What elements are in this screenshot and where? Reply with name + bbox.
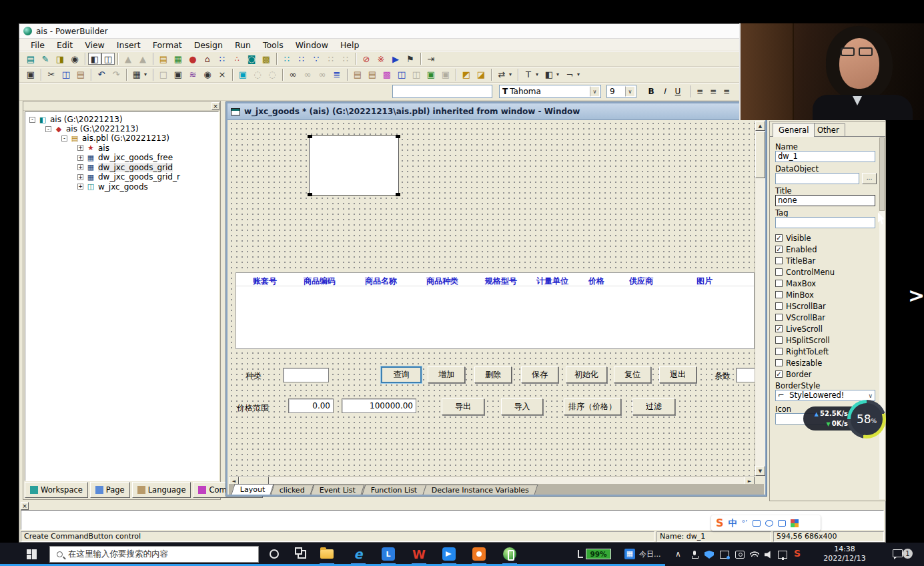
picture-control[interactable]	[309, 135, 399, 196]
clip-window-icon[interactable]: ◫	[101, 53, 115, 65]
paste-icon[interactable]: ▤	[73, 68, 88, 81]
new-object-icon[interactable]: □	[156, 68, 171, 81]
menu-run[interactable]: Run	[229, 39, 257, 51]
init-button[interactable]: 初始化	[566, 366, 607, 383]
pipeline-icon[interactable]: ▩	[380, 68, 394, 81]
tree-item-label[interactable]: ais.pbl (G:\20221213)	[82, 133, 169, 143]
tag-input[interactable]	[775, 217, 875, 228]
price-min-input[interactable]: 0.00	[288, 398, 334, 413]
menu-design[interactable]: Design	[188, 39, 229, 51]
align-center-icon[interactable]: ≡	[707, 85, 720, 98]
taskbar-clock[interactable]: 14:38 2022/12/13	[810, 545, 879, 563]
grid-toggle-icon[interactable]: ▦	[129, 68, 144, 81]
tree-item-label[interactable]: dw_jxc_goods_grid_r	[98, 172, 180, 182]
tab-event-list[interactable]: Event List	[311, 485, 365, 495]
sort-icon[interactable]: ≣	[330, 68, 344, 81]
collapse-icon[interactable]: -	[45, 126, 51, 132]
todo-list-icon[interactable]: ∷	[215, 53, 229, 65]
check-maxbox[interactable]: MaxBox	[775, 279, 816, 288]
background-color-icon[interactable]: ◧	[542, 68, 556, 81]
scroll-thumb[interactable]	[755, 131, 765, 178]
db-profile-icon[interactable]: ●	[185, 53, 200, 65]
menu-window[interactable]: Window	[290, 39, 334, 51]
cortana-button[interactable]	[270, 549, 279, 559]
camera-icon[interactable]	[735, 551, 745, 559]
structure-icon[interactable]: ▣	[424, 68, 438, 81]
ime-skin-icon[interactable]	[791, 519, 799, 527]
ime-mode-chinese[interactable]: 中	[729, 517, 737, 529]
font-dropdown-icon[interactable]: ∨	[590, 86, 600, 97]
italic-button[interactable]: I	[658, 85, 671, 98]
tab-clicked[interactable]: clicked	[271, 485, 314, 495]
check-visible[interactable]: ✓Visible	[775, 234, 811, 242]
volume-icon[interactable]	[765, 551, 774, 559]
tree-item-label[interactable]: ais	[98, 144, 109, 153]
sort-price-button[interactable]: 排序（价格）	[564, 398, 621, 415]
title-input[interactable]: none	[775, 195, 875, 206]
properties-icon[interactable]: ▣	[171, 68, 185, 81]
expand-icon[interactable]: +	[77, 184, 83, 190]
open-icon[interactable]: ◨	[53, 53, 67, 65]
system-tree-icon[interactable]: ◧	[88, 53, 101, 65]
tree-item-label[interactable]: dw_jxc_goods_free	[98, 153, 173, 162]
video-next-button[interactable]: >	[909, 280, 924, 310]
exit-icon[interactable]: ⇥	[424, 53, 438, 65]
check-righttoleft[interactable]: RightToLeft	[775, 347, 829, 356]
grid-dropdown-icon[interactable]: ▾	[144, 71, 150, 77]
ime-toolbar[interactable]: S 中 °’	[711, 515, 821, 531]
tab-page[interactable]: Page	[90, 482, 130, 498]
find-prev-icon[interactable]: ∞	[315, 68, 330, 81]
inherit-icon[interactable]: ✎	[38, 53, 53, 65]
tree-item-label[interactable]: w_jxc_goods	[98, 182, 148, 192]
ie-button[interactable]: e	[350, 546, 367, 562]
export-button[interactable]: 导出	[442, 398, 484, 415]
grid-style-icon[interactable]: ∷	[280, 53, 294, 65]
menu-view[interactable]: View	[79, 39, 111, 51]
paste-sql-icon[interactable]: ▤	[350, 68, 365, 81]
name-combo[interactable]	[392, 85, 492, 98]
ime-punctuation[interactable]: °’	[742, 519, 748, 527]
check-border[interactable]: ✓Border	[775, 370, 812, 378]
function-icon[interactable]: ▣	[438, 68, 453, 81]
save-icon[interactable]: ▣	[23, 68, 38, 81]
menu-format[interactable]: Format	[147, 39, 188, 51]
check-vscrollbar[interactable]: VScrollBar	[775, 313, 825, 322]
expand-icon[interactable]: +	[77, 164, 83, 170]
net-speed-widget[interactable]: ▲52.5K/s ▼0K/s 58%	[803, 405, 882, 437]
select-color-icon[interactable]: ▣	[236, 68, 250, 81]
panel-grab-bar[interactable]: ×	[23, 101, 220, 111]
scroll-down-icon[interactable]: ▼	[755, 466, 765, 476]
tab-layout[interactable]: Layout	[231, 484, 274, 495]
check-enabled[interactable]: ✓Enabled	[775, 245, 817, 254]
close-output-icon[interactable]: ×	[21, 502, 29, 510]
tab-declare-instance-variables[interactable]: Declare Instance Variables	[423, 485, 538, 495]
full-build-icon[interactable]: ※	[374, 53, 388, 65]
wifi-icon[interactable]	[750, 551, 759, 557]
data-pipeline-icon[interactable]: ◙	[244, 53, 259, 65]
scroll-up-icon[interactable]: ▲	[755, 121, 765, 131]
check-titlebar[interactable]: TitleBar	[775, 256, 815, 265]
underline-button[interactable]: U	[671, 85, 684, 98]
dataobject-input[interactable]	[775, 173, 859, 184]
projection-icon[interactable]	[720, 551, 729, 559]
undo-icon[interactable]: ↶	[94, 68, 109, 81]
collapse-icon[interactable]: -	[29, 117, 35, 123]
close-painter-icon[interactable]: ×	[215, 68, 229, 81]
task-view-button[interactable]	[298, 550, 306, 559]
cut-icon[interactable]: ✂	[44, 68, 59, 81]
redo-icon[interactable]: ↷	[109, 68, 123, 81]
count-input[interactable]	[736, 368, 755, 382]
menu-edit[interactable]: Edit	[51, 39, 79, 51]
new-icon[interactable]: ▤	[23, 53, 38, 65]
delete-button[interactable]: 删除	[474, 366, 512, 383]
library-painter-icon[interactable]: ▤	[156, 53, 171, 65]
save-button[interactable]: 保存	[521, 366, 558, 383]
input-indicator-icon[interactable]	[778, 551, 787, 559]
check-hscrollbar[interactable]: HScrollBar	[775, 302, 826, 310]
tree-item-pbl[interactable]: - ▤ ais.pbl (G:\20221213)	[61, 133, 169, 143]
find-next-icon[interactable]: ∞	[300, 68, 315, 81]
send-back-icon[interactable]: ◪	[474, 68, 488, 81]
import-button[interactable]: 导入	[501, 398, 543, 415]
design-canvas[interactable]: 账套号 商品编码 商品名称 商品种类 规格型号 计量单位 价格 供应商 图片 种…	[229, 121, 755, 476]
menu-help[interactable]: Help	[334, 39, 366, 51]
